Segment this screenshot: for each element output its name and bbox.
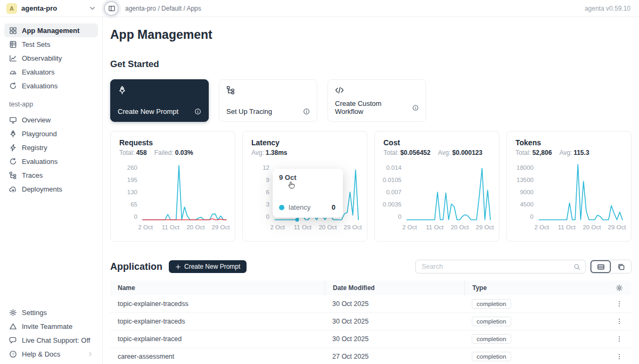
plot-area[interactable] [539,164,622,220]
kebab-menu-icon[interactable] [616,353,623,360]
tooltip-value: 0 [332,203,335,211]
sidebar-bottom: Settings Invite Teammate Live Chat Suppo… [4,305,98,361]
sidebar-item-test-sets[interactable]: Test Sets [4,37,98,51]
plus-icon [175,264,181,270]
sidebar-item-label: Help & Docs [22,350,60,358]
sidebar-item-label: Evaluations [22,82,58,90]
tooltip-series-name: latency [289,203,310,211]
applications-table: Name Date Modified Type topic-explainer-… [110,280,632,364]
create-new-prompt-card[interactable]: Create New Prompt [110,79,209,122]
view-toggle [590,260,632,274]
create-new-prompt-button[interactable]: Create New Prompt [169,260,247,273]
app-date-modified: 27 Oct 2025 [325,353,464,360]
table-row[interactable]: career-assessment 27 Oct 2025 completion [110,348,632,364]
info-icon[interactable] [303,108,310,115]
get-started-cards: Create New Prompt Set Up Tracing Create … [110,79,632,122]
get-started-heading: Get Started [110,59,632,70]
card-label: Create Custom Workflow [335,100,409,115]
y-axis: 129630 [251,164,275,220]
sidebar-item-label: Live Chat Support: Off [22,336,90,344]
refresh-icon [9,82,17,90]
kebab-menu-icon[interactable] [616,335,623,343]
app-name: career-assessment [110,353,325,360]
sidebar-item-help-docs[interactable]: ? Help & Docs [4,347,98,361]
sidebar-item-label: Settings [22,309,47,317]
sidebar-item-observability[interactable]: Observability [4,51,98,65]
table-row[interactable]: topic-explainer-traceds 30 Oct 2025 comp… [110,313,632,330]
create-custom-workflow-card[interactable]: Create Custom Workflow [327,79,426,122]
sidebar-item-playground[interactable]: Playground [4,127,98,140]
sidebar-item-label: Registry [22,144,47,152]
sidebar-item-settings[interactable]: Settings [4,305,98,319]
breadcrumb[interactable]: agenta-pro / Default / Apps [125,5,201,12]
workspace-selector[interactable]: A agenta-pro [0,3,103,14]
top-bar: A agenta-pro agenta-pro / Default / Apps… [0,0,639,17]
grid-icon [9,27,17,35]
rocket-icon [118,86,127,95]
application-heading: Application [110,261,162,272]
sidebar-item-evaluators[interactable]: Evaluators [4,65,98,79]
kebab-menu-icon[interactable] [616,318,623,325]
sidebar-item-label: Observability [22,54,62,62]
test-sets-icon [9,40,17,48]
sidebar-item-label: Playground [22,130,57,138]
y-axis: 0.0140.01050.0070.00350 [383,164,407,220]
search-box[interactable] [415,260,586,274]
x-axis: 2 Oct11 Oct20 Oct29 Oct [143,224,226,233]
tree-icon [226,86,235,95]
type-badge: completion [472,299,511,309]
table-row[interactable]: topic-explainer-tracedss 30 Oct 2025 com… [110,295,632,313]
sidebar-item-evaluations-app[interactable]: Evaluations [4,154,98,168]
x-axis: 2 Oct11 Oct20 Oct29 Oct [407,224,490,233]
gauge-icon [9,68,17,76]
workspace-avatar: A [6,3,17,14]
column-header-date-modified: Date Modified [325,280,464,295]
app-version: agenta v0.59.10 [585,5,639,12]
search-icon[interactable] [574,263,580,270]
sidebar-item-overview[interactable]: Overview [4,113,98,127]
monitor-icon [9,116,17,124]
metrics-charts: Requests Total:458 Failed:0.03% 26019513… [110,131,632,242]
plot-area[interactable] [143,164,226,220]
column-header-type: Type [464,280,580,295]
card-label: Set Up Tracing [226,107,272,115]
chevron-down-icon [88,4,96,12]
chart-stats: Total:$0.056452 Avg:$0.000123 [383,149,490,156]
sidebar-item-traces[interactable]: Traces [4,168,98,182]
sidebar-item-deployments[interactable]: Deployments [4,182,98,196]
sidebar-item-label: Evaluations [22,158,58,166]
info-icon[interactable] [412,104,419,111]
gear-icon [9,309,17,317]
sidebar-item-evaluations[interactable]: Evaluations [4,79,98,93]
table-view-button[interactable] [591,260,611,273]
set-up-tracing-card[interactable]: Set Up Tracing [219,79,317,122]
info-icon[interactable] [194,108,201,115]
sidebar-toggle-button[interactable] [105,2,118,15]
sidebar-item-label: Test Sets [22,40,50,48]
kebab-menu-icon[interactable] [616,300,623,308]
chart-title: Requests [119,138,226,147]
table-row[interactable]: topic-explainer-traced 30 Oct 2025 compl… [110,330,632,348]
sidebar-item-registry[interactable]: Registry [4,140,98,154]
svg-text:?: ? [12,352,14,357]
search-input[interactable] [421,262,574,271]
chevron-right-icon [87,351,93,357]
panel-icon [108,5,116,12]
series-dot [279,205,284,210]
application-header-row: Application Create New Prompt [110,260,632,274]
rocket-icon [9,130,17,138]
app-name: topic-explainer-traced [110,335,325,343]
tokens-chart-card: Tokens Total:52,806 Avg:115.3 1800013500… [506,131,632,242]
sidebar-item-label: Overview [22,116,51,124]
sidebar-item-live-chat[interactable]: Live Chat Support: Off [4,333,98,347]
chart-tooltip: 9 Oct latency 0 [273,169,343,218]
refresh-icon [9,158,17,166]
sidebar-item-app-management[interactable]: App Management [4,23,98,37]
card-view-button[interactable] [611,260,631,273]
app-date-modified: 30 Oct 2025 [325,318,464,325]
type-badge: completion [472,334,511,344]
plot-area[interactable] [407,164,490,220]
x-axis: 2 Oct11 Oct20 Oct29 Oct [275,224,358,233]
table-settings-gear-icon[interactable] [616,284,623,292]
sidebar-item-invite-teammate[interactable]: Invite Teammate [4,319,98,333]
